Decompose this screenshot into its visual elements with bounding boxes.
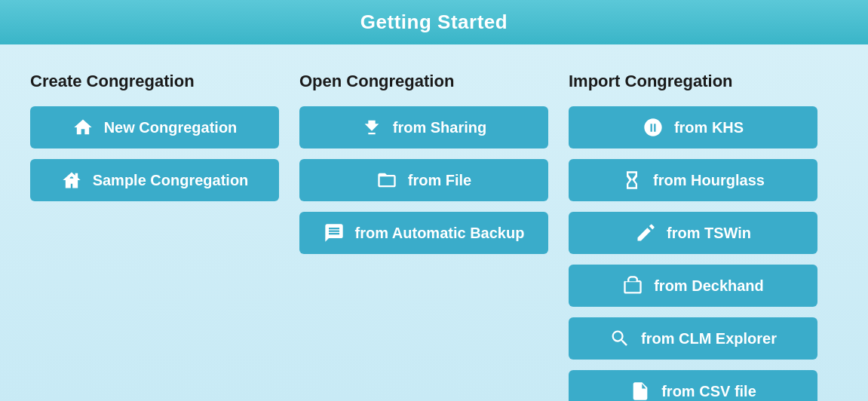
pen-icon xyxy=(635,222,656,243)
from-deckhand-button[interactable]: from Deckhand xyxy=(569,265,817,307)
create-title: Create Congregation xyxy=(30,72,299,91)
csv-icon xyxy=(630,381,651,401)
hourglass-icon xyxy=(621,170,643,191)
from-csv-file-label: from CSV file xyxy=(661,383,756,400)
from-hourglass-label: from Hourglass xyxy=(653,172,765,189)
header-title: Getting Started xyxy=(360,11,508,33)
from-tswin-label: from TSWin xyxy=(667,225,751,242)
briefcase-icon xyxy=(622,275,643,296)
from-clm-explorer-button[interactable]: from CLM Explorer xyxy=(569,317,817,360)
import-congregation-column: Import Congregation from KHS from Hourgl… xyxy=(569,72,838,381)
sharing-icon xyxy=(361,117,382,138)
search-icon xyxy=(609,328,630,349)
from-file-label: from File xyxy=(408,172,471,189)
from-csv-file-button[interactable]: from CSV file xyxy=(569,370,817,401)
open-congregation-column: Open Congregation from Sharing from File xyxy=(299,72,569,381)
header: Getting Started xyxy=(0,0,868,44)
new-congregation-button[interactable]: New Congregation xyxy=(30,106,279,148)
from-file-button[interactable]: from File xyxy=(299,159,548,201)
from-deckhand-label: from Deckhand xyxy=(654,277,764,295)
open-title: Open Congregation xyxy=(299,72,569,91)
backup-icon xyxy=(324,222,345,243)
from-tswin-button[interactable]: from TSWin xyxy=(569,212,817,254)
sample-house-icon xyxy=(61,170,82,191)
from-clm-explorer-label: from CLM Explorer xyxy=(641,330,777,347)
from-hourglass-button[interactable]: from Hourglass xyxy=(569,159,817,201)
import-title: Import Congregation xyxy=(569,72,838,91)
khs-icon xyxy=(643,117,664,138)
sample-congregation-label: Sample Congregation xyxy=(93,172,249,189)
new-congregation-label: New Congregation xyxy=(104,119,238,136)
from-automatic-backup-button[interactable]: from Automatic Backup xyxy=(299,212,548,254)
from-khs-label: from KHS xyxy=(674,119,744,136)
house-icon xyxy=(72,117,94,138)
from-sharing-button[interactable]: from Sharing xyxy=(299,106,548,148)
from-sharing-label: from Sharing xyxy=(393,119,486,136)
from-automatic-backup-label: from Automatic Backup xyxy=(355,225,525,242)
folder-icon xyxy=(376,170,397,191)
sample-congregation-button[interactable]: Sample Congregation xyxy=(30,159,279,201)
create-congregation-column: Create Congregation New Congregation Sam… xyxy=(30,72,299,381)
from-khs-button[interactable]: from KHS xyxy=(569,106,817,148)
